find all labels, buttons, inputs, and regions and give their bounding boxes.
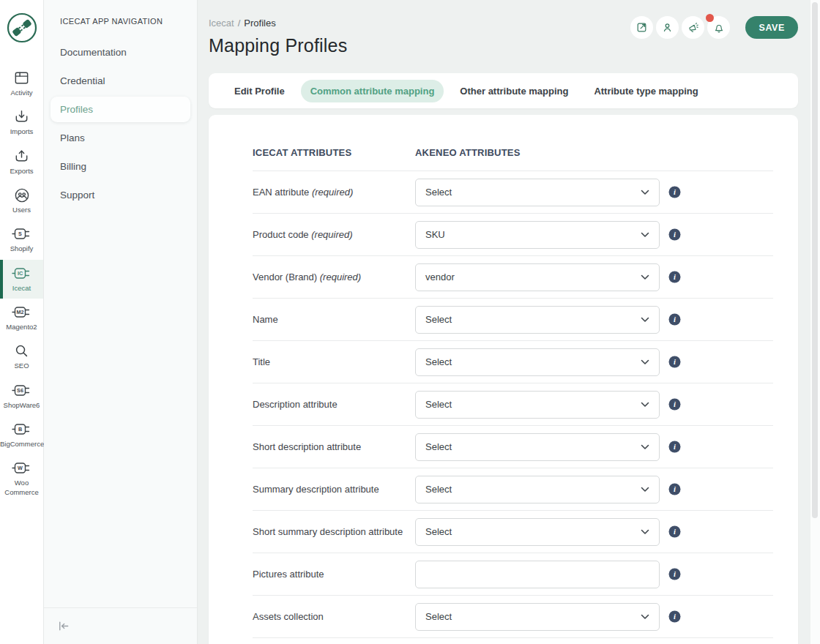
svg-text:S: S	[18, 231, 22, 237]
icecat-attribute-label: Description attribute	[253, 399, 415, 410]
mapping-card: ICECAT ATTRIBUTES AKENEO ATTRIBUTES EAN …	[209, 115, 798, 644]
akeneo-attribute-select-short-description-attribute[interactable]: Select	[415, 433, 660, 461]
info-icon[interactable]: i	[668, 441, 681, 453]
chevron-down-icon	[641, 359, 649, 365]
rail-item-shopify[interactable]: SShopify	[0, 220, 43, 259]
sidebar-item-support[interactable]: Support	[51, 182, 190, 208]
collapse-sidebar-button[interactable]	[56, 619, 70, 633]
bell-button[interactable]	[707, 16, 730, 39]
app-logo[interactable]	[6, 12, 38, 47]
icecat-attribute-label: Vendor (Brand) (required)	[253, 272, 415, 282]
sidebar-item-credential[interactable]: Credential	[51, 68, 190, 94]
rail-item-users[interactable]: Users	[0, 181, 43, 220]
plug-icon: W	[12, 460, 31, 476]
akeneo-attribute-select-product-code[interactable]: SKU	[415, 221, 660, 249]
main-content: Icecat/Profiles Mapping Profiles SAVE Ed…	[198, 0, 820, 644]
info-icon[interactable]: i	[668, 186, 681, 198]
rail-item-seo[interactable]: SEO	[0, 337, 43, 376]
info-icon[interactable]: i	[668, 525, 681, 538]
rail-item-activity[interactable]: Activity	[0, 64, 43, 103]
external-link-button[interactable]	[630, 16, 653, 39]
akeneo-attribute-select-vendor-brand[interactable]: vendor	[415, 263, 660, 291]
column-header-icecat: ICECAT ATTRIBUTES	[253, 147, 415, 158]
sidebar-item-plans[interactable]: Plans	[51, 125, 190, 151]
sidebar-item-profiles[interactable]: Profiles	[51, 97, 190, 122]
tab-attribute-type-mapping[interactable]: Attribute type mapping	[584, 80, 707, 102]
select-value: Select	[425, 187, 452, 198]
akeneo-attribute-control: Select	[415, 518, 660, 546]
svg-text:i: i	[674, 358, 676, 366]
vertical-scrollbar-track[interactable]	[810, 0, 820, 644]
save-button[interactable]: SAVE	[745, 16, 798, 39]
akeneo-attribute-input-pictures-attribute[interactable]	[415, 561, 660, 588]
akeneo-attribute-select-assets-collection[interactable]: Select	[415, 603, 660, 631]
chevron-down-icon	[641, 614, 649, 620]
svg-text:i: i	[674, 315, 676, 323]
akeneo-attribute-select-title[interactable]: Select	[415, 348, 660, 376]
rail-item-icecat[interactable]: ICIcecat	[0, 260, 43, 299]
select-value: Select	[425, 611, 452, 622]
info-icon[interactable]: i	[668, 398, 681, 411]
table-header: ICECAT ATTRIBUTES AKENEO ATTRIBUTES	[253, 147, 773, 171]
akeneo-attribute-control: Select	[415, 391, 660, 419]
svg-text:i: i	[674, 273, 676, 281]
breadcrumb-link-icecat[interactable]: Icecat	[209, 18, 234, 29]
akeneo-attribute-select-name[interactable]: Select	[415, 306, 660, 334]
tab-edit-profile[interactable]: Edit Profile	[225, 80, 294, 102]
tabs-bar: Edit ProfileCommon attribute mappingOthe…	[209, 73, 798, 108]
rail-item-woo-commerce[interactable]: WWoo Commerce	[0, 454, 43, 503]
akeneo-attribute-select-summary-description-attribute[interactable]: Select	[415, 476, 660, 503]
tab-other-attribute-mapping[interactable]: Other attribute mapping	[450, 80, 578, 102]
info-icon[interactable]: i	[668, 313, 681, 326]
akeneo-attribute-control: vendor	[415, 263, 660, 291]
svg-text:i: i	[674, 613, 676, 621]
icecat-attribute-label: Short summary description attribute	[253, 526, 415, 537]
required-flag: (required)	[311, 229, 352, 240]
select-value: Select	[425, 314, 452, 325]
svg-text:S6: S6	[17, 387, 23, 394]
sidebar-item-documentation[interactable]: Documentation	[51, 40, 190, 65]
megaphone-button[interactable]	[682, 16, 704, 39]
user-button[interactable]	[656, 16, 679, 39]
rail-item-magento2[interactable]: M2Magento2	[0, 299, 43, 337]
select-value: Select	[425, 399, 452, 410]
sidebar-item-billing[interactable]: Billing	[51, 154, 190, 179]
info-icon[interactable]: i	[668, 610, 681, 623]
rail-item-bigcommerce[interactable]: BBigCommerce	[0, 416, 43, 454]
rail-item-label: SEO	[0, 362, 43, 370]
rail-item-label: Magento2	[0, 323, 43, 332]
info-icon[interactable]: i	[668, 483, 681, 495]
rail-item-imports[interactable]: Imports	[0, 103, 43, 142]
upload-icon	[13, 148, 30, 165]
akeneo-attribute-select-ean-attribute[interactable]: Select	[415, 179, 660, 206]
user-icon	[661, 21, 674, 34]
svg-text:M2: M2	[17, 309, 24, 315]
mapping-row-name: NameSelecti	[253, 299, 773, 341]
info-icon[interactable]: i	[668, 228, 681, 241]
plug-icon: M2	[12, 304, 31, 321]
akeneo-attribute-control: Select	[415, 603, 660, 631]
mapping-row-pictures-attribute: Pictures attributei	[253, 553, 773, 596]
akeneo-attribute-select-short-summary-description-attribute[interactable]: Select	[415, 518, 660, 546]
chevron-down-icon	[641, 317, 649, 323]
vertical-scrollbar-thumb[interactable]	[812, 2, 818, 518]
akeneo-attribute-control: Select	[415, 433, 660, 461]
mapping-row-summary-description-attribute: Summary description attributeSelecti	[253, 468, 773, 511]
info-icon[interactable]: i	[668, 271, 681, 283]
mapping-row-product-code: Product code (required)SKUi	[253, 214, 773, 256]
rail-item-shopware6[interactable]: S6ShopWare6	[0, 377, 43, 416]
svg-text:W: W	[18, 465, 23, 472]
rail-item-label: Activity	[0, 89, 43, 97]
external-link-icon	[636, 21, 648, 34]
sidebar-heading: ICECAT APP NAVIGATION	[60, 17, 197, 26]
svg-text:i: i	[674, 400, 676, 408]
info-icon[interactable]: i	[668, 356, 681, 368]
akeneo-attribute-select-description-attribute[interactable]: Select	[415, 391, 660, 419]
info-icon[interactable]: i	[668, 568, 681, 580]
app-window: ActivityImportsExportsUsersSShopifyICIce…	[0, 0, 820, 644]
rail-item-exports[interactable]: Exports	[0, 143, 43, 181]
mapping-row-description-attribute: Description attributeSelecti	[253, 383, 773, 426]
rail-item-label: Shopify	[0, 244, 43, 253]
akeneo-attribute-control: Select	[415, 306, 660, 334]
tab-common-attribute-mapping[interactable]: Common attribute mapping	[301, 80, 444, 102]
